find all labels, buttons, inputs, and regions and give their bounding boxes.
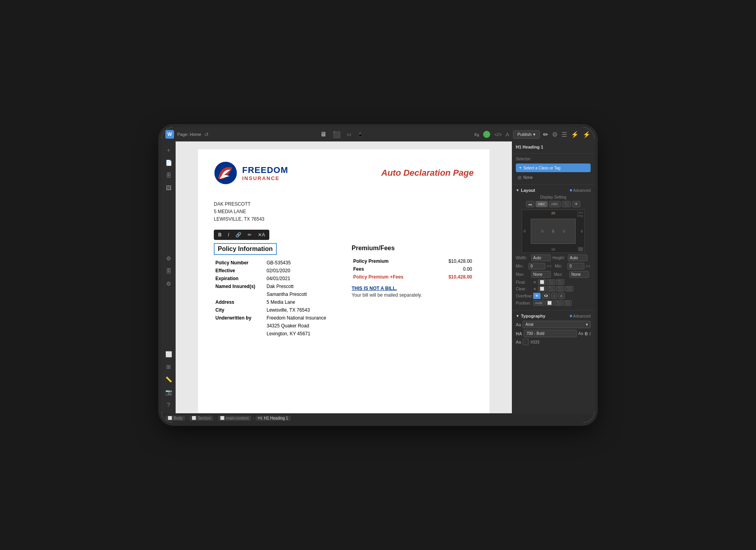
clear-x[interactable]: ✕ [533, 287, 536, 291]
refresh-icon[interactable]: ↺ [204, 132, 209, 138]
flex-display-btn[interactable]: ⬛ [562, 201, 571, 207]
none-display-btn[interactable]: 👁 [572, 201, 580, 207]
clear-both-btn[interactable]: ⬛ [565, 286, 573, 292]
italic-style-button[interactable]: I [589, 331, 591, 336]
camera-icon[interactable]: 📷 [163, 386, 174, 398]
overflow-scroll-btn[interactable]: ↕ [551, 293, 557, 299]
value-named-insured1: Dak Prescott [265, 282, 336, 290]
desktop-icon[interactable]: 🖥 [320, 131, 326, 138]
max-row: Max: None Max: None [516, 271, 591, 278]
typography-header: ▼ Typography Advanced [516, 314, 591, 318]
main-content-icon: ⬜ [220, 416, 224, 420]
address-line1: 5 MEDIA LANE [214, 208, 474, 216]
ha-icon: HA [516, 331, 522, 336]
float-left-btn[interactable]: ⬜ [538, 279, 546, 285]
menu-icon[interactable]: ☰ [561, 131, 567, 138]
float-x[interactable]: ✕ [533, 280, 536, 284]
max-w-input[interactable]: None [531, 271, 551, 278]
backup-icon[interactable]: 🗄 [163, 266, 174, 277]
clear-right-btn[interactable]: ⬛ [556, 286, 564, 292]
pages-icon[interactable]: 📄 [163, 157, 174, 168]
more-options-button[interactable]: ··· [578, 247, 583, 251]
max-h-label: Max: [554, 272, 568, 277]
click-drag-hint: ClickDrag [577, 211, 583, 218]
position-relative-btn[interactable]: ⬜ [545, 300, 554, 306]
typography-advanced-toggle[interactable]: Advanced [570, 314, 591, 318]
advanced-left-icon[interactable]: ⚙ [163, 278, 174, 289]
undo-redo-icon[interactable]: ⇆ [474, 131, 479, 138]
panel-icons: ✏ ⚙ ☰ ⚡ ⚡ [543, 131, 591, 138]
assets-left-icon[interactable]: 🖼 [163, 182, 174, 193]
publish-button[interactable]: Publish ▾ [513, 130, 540, 139]
color-preview [523, 339, 529, 345]
breadcrumb-main-content[interactable]: ⬜ main-content [218, 416, 251, 421]
inline-block-display-btn[interactable]: ABC [536, 201, 548, 207]
ruler-icon[interactable]: 📏 [163, 374, 174, 385]
link-button[interactable]: 🔗 [233, 231, 243, 238]
bold-button[interactable]: B [216, 231, 224, 238]
crop-icon[interactable]: ⬜ [163, 349, 174, 360]
clear-format-button[interactable]: ✕A [256, 231, 267, 238]
max-h-input[interactable]: None [569, 271, 589, 278]
float-right-btn[interactable]: ⬛ [556, 279, 564, 285]
add-element-icon[interactable]: + [163, 145, 174, 156]
font-family-select[interactable]: Arial ▾ [523, 321, 591, 328]
select-class-button[interactable]: + Select a Class or Tag [516, 164, 591, 172]
settings-icon[interactable]: ⚙ [552, 131, 558, 138]
selector-label: Selector: [516, 157, 591, 161]
help-icon[interactable]: ? [163, 399, 174, 410]
clear-left-btn[interactable]: ⬜ [538, 286, 546, 292]
overflow-auto-btn[interactable]: A [558, 293, 565, 299]
breadcrumb-body[interactable]: ⬜ Body [165, 416, 185, 421]
float-center-btn[interactable]: ⬛ [547, 279, 555, 285]
min-w-input[interactable]: 0 [528, 263, 545, 269]
position-buttons: Auto ⬜ ⬛ ⬛ [533, 300, 572, 306]
position-auto-btn[interactable]: Auto [533, 300, 545, 306]
table-row: Fees 0.00 [352, 265, 474, 273]
breadcrumb-heading[interactable]: H1 H1 Heading 1 [256, 416, 291, 421]
overflow-hidden-btn[interactable]: 👁‍🗨 [542, 293, 550, 299]
clear-center-btn[interactable]: ⬛ [547, 286, 555, 292]
logo-insurance: INSURANCE [242, 175, 288, 181]
bold-style-button[interactable]: B [585, 331, 588, 336]
color-swatch[interactable]: #333 [523, 339, 539, 345]
premium-table: Policy Premium $10,428.00 Fees 0.00 Poli… [352, 257, 474, 281]
components-icon[interactable]: ⚡ [571, 131, 579, 138]
overflow-icons: 👁 👁‍🗨 ↕ A [533, 293, 565, 299]
color-icon: Aa [516, 340, 521, 344]
position-fixed-btn[interactable]: ⬛ [563, 300, 572, 306]
typo-collapse-icon[interactable]: ▼ [516, 314, 519, 318]
font-family-row: Aa Arial ▾ [516, 321, 591, 328]
italic-button[interactable]: I [226, 231, 231, 238]
float-row: Float: ✕ ⬜ ⬛ ⬛ [516, 279, 591, 285]
label-expiration: Expiration [214, 275, 265, 282]
tablet-portrait-icon[interactable]: ▭ [347, 132, 351, 137]
element-type-section: H1 Heading 1 [512, 141, 595, 154]
value-underwritten1: Freedom National Insurance [265, 314, 336, 322]
min-h-unit: PX [586, 264, 591, 268]
width-input[interactable]: Auto [531, 255, 551, 261]
style-icon[interactable]: ✏ [543, 131, 548, 138]
grid-icon[interactable]: ⊞ [163, 361, 174, 372]
selector-row: + Select a Class or Tag [516, 164, 591, 172]
font-weight-select[interactable]: 700 - Bold [524, 330, 577, 337]
position-absolute-btn[interactable]: ⬛ [554, 300, 563, 306]
overflow-visible-btn[interactable]: 👁 [533, 293, 541, 299]
value-effective: 02/01/2020 [265, 267, 336, 275]
collapse-icon[interactable]: ▼ [516, 188, 519, 192]
code-icon[interactable]: </> [494, 132, 502, 138]
advanced-toggle[interactable]: Advanced [570, 188, 591, 193]
edit-button[interactable]: ✏ [246, 231, 254, 238]
inline-display-btn[interactable]: ABC [549, 201, 561, 207]
min-h-input[interactable]: 0 [567, 263, 584, 269]
margin-right-value: 0 [581, 229, 583, 233]
cms-icon[interactable]: 🗄 [163, 170, 174, 181]
mobile-icon[interactable]: 📱 [358, 132, 363, 137]
block-display-btn[interactable]: ▬ [526, 201, 534, 207]
settings-left-icon[interactable]: ⚙ [163, 253, 174, 264]
tablet-landscape-icon[interactable]: ⬛ [333, 131, 341, 138]
font-icon[interactable]: A [506, 132, 509, 138]
breadcrumb-section[interactable]: ⬜ Section [189, 416, 213, 421]
height-input[interactable]: Auto [568, 255, 587, 261]
assets-icon[interactable]: ⚡ [583, 131, 591, 138]
